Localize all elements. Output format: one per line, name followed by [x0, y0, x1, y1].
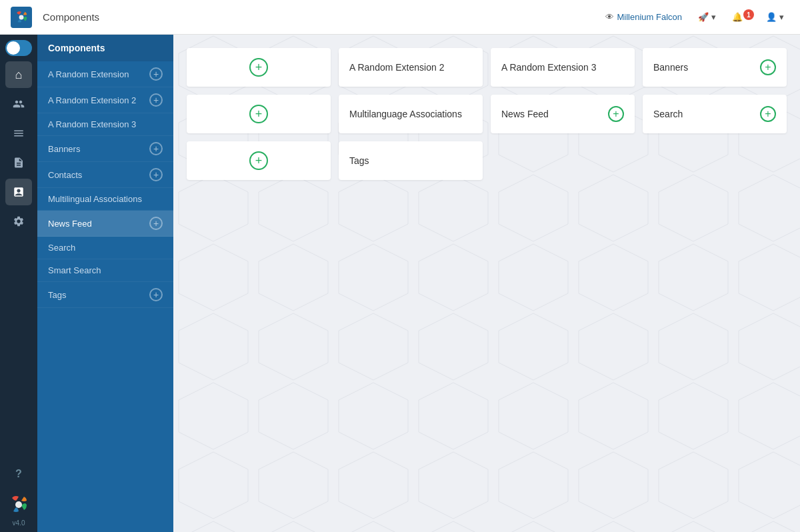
card-add-3[interactable]: +	[187, 141, 331, 180]
notifications-button[interactable]: 🔔 1 ▾	[727, 8, 755, 26]
svg-point-1	[15, 501, 22, 508]
app-body: ⌂ ? v4.0	[0, 35, 800, 532]
sidebar-item-banners[interactable]: Banners +	[37, 136, 173, 162]
joomla-logo[interactable]	[11, 7, 32, 28]
components-grid: + A Random Extension 2 A Random Extensio…	[187, 48, 787, 180]
card-news-feed[interactable]: News Feed +	[491, 95, 635, 133]
svg-point-0	[19, 15, 24, 19]
main-content: + A Random Extension 2 A Random Extensio…	[173, 35, 800, 532]
nav-sidebar: Components A Random Extension + A Random…	[37, 35, 173, 532]
nav-item-label: A Random Extension	[48, 69, 129, 79]
add-icon[interactable]: +	[149, 288, 163, 301]
version-label: v4.0	[13, 519, 25, 527]
sidebar-icon-users[interactable]	[5, 91, 32, 117]
nav-item-label: News Feed	[48, 219, 92, 229]
joomlaupdate-button[interactable]: 🚀 ▾	[693, 8, 721, 26]
card-add-2[interactable]: +	[187, 95, 331, 133]
nav-item-label: Banners	[48, 144, 80, 154]
card-title: News Feed	[501, 109, 549, 119]
card-add-button[interactable]: +	[760, 59, 776, 75]
sidebar-icon-help[interactable]: ?	[5, 461, 32, 487]
add-icon[interactable]: +	[149, 67, 163, 81]
card-a-random-extension-3[interactable]: A Random Extension 3	[491, 48, 635, 87]
card-a-random-extension-2[interactable]: A Random Extension 2	[339, 48, 483, 87]
sidebar-icon-settings[interactable]	[5, 208, 32, 235]
nav-item-label: A Random Extension 2	[48, 95, 136, 105]
icon-sidebar-bottom: ? v4.0	[5, 461, 32, 532]
nav-item-label: Contacts	[48, 170, 82, 180]
card-title: Banners	[653, 62, 688, 73]
sidebar-icon-content[interactable]	[5, 149, 32, 176]
card-tags[interactable]: Tags	[339, 141, 483, 180]
nav-sidebar-header: Components	[37, 35, 173, 61]
nav-item-label: Multilingual Associations	[48, 194, 142, 204]
add-icon[interactable]: +	[149, 93, 163, 107]
sidebar-item-a-random-extension-2[interactable]: A Random Extension 2 +	[37, 87, 173, 113]
sidebar-icon-menu[interactable]	[5, 120, 32, 147]
card-title: A Random Extension 2	[349, 62, 444, 73]
nav-item-label: A Random Extension 3	[48, 119, 136, 129]
sidebar-item-search[interactable]: Search	[37, 237, 173, 259]
sidebar-item-multilingual-associations[interactable]: Multilingual Associations	[37, 188, 173, 211]
card-add-button[interactable]: +	[249, 58, 268, 77]
icon-sidebar: ⌂ ? v4.0	[0, 35, 37, 532]
page-title: Components	[43, 11, 99, 23]
card-title: Tags	[349, 155, 369, 166]
card-add-button[interactable]: +	[608, 106, 624, 122]
sidebar-icon-home[interactable]: ⌂	[5, 61, 32, 88]
nav-item-label: Smart Search	[48, 265, 101, 275]
add-icon[interactable]: +	[149, 142, 163, 155]
sidebar-item-news-feed[interactable]: News Feed +	[37, 211, 173, 237]
rocket-icon: 🚀	[698, 12, 709, 22]
card-title: Multilanguage Associations	[349, 109, 462, 119]
card-search[interactable]: Search +	[643, 95, 787, 133]
card-banners[interactable]: Banners +	[643, 48, 787, 87]
card-title: Search	[653, 109, 683, 119]
sidebar-item-tags[interactable]: Tags +	[37, 282, 173, 308]
card-multilanguage-associations[interactable]: Multilanguage Associations	[339, 95, 483, 133]
topbar-actions: 👁 Millenium Falcon 🚀 ▾ 🔔 1 ▾ 👤 ▾	[600, 8, 789, 26]
add-icon[interactable]: +	[149, 168, 163, 181]
user-icon: 👤	[766, 12, 777, 22]
nav-item-label: Tags	[48, 290, 66, 300]
sidebar-item-a-random-extension-3[interactable]: A Random Extension 3	[37, 113, 173, 136]
dropdown-arrow-3: ▾	[779, 12, 784, 22]
sidebar-icon-components[interactable]	[5, 179, 32, 205]
preview-button[interactable]: 👁 Millenium Falcon	[600, 8, 687, 26]
toggle-knob	[7, 41, 20, 55]
nav-item-label: Search	[48, 243, 75, 253]
card-title: A Random Extension 3	[501, 62, 596, 73]
dropdown-arrow-1: ▾	[711, 12, 716, 22]
sidebar-item-a-random-extension[interactable]: A Random Extension +	[37, 61, 173, 87]
sidebar-item-smart-search[interactable]: Smart Search	[37, 259, 173, 282]
eye-icon: 👁	[605, 12, 614, 22]
notification-badge: 1	[743, 9, 754, 20]
add-icon[interactable]: +	[149, 217, 163, 230]
topbar: Components 👁 Millenium Falcon 🚀 ▾ 🔔 1 ▾ …	[0, 0, 800, 35]
card-add-button[interactable]: +	[760, 106, 776, 122]
sidebar-item-contacts[interactable]: Contacts +	[37, 162, 173, 188]
bell-icon: 🔔	[732, 12, 743, 22]
sidebar-joomla-logo	[7, 493, 31, 517]
card-add-button[interactable]: +	[249, 105, 268, 123]
sidebar-toggle[interactable]	[5, 40, 32, 56]
user-menu-button[interactable]: 👤 ▾	[761, 8, 789, 26]
card-add-1[interactable]: +	[187, 48, 331, 87]
card-add-button[interactable]: +	[249, 151, 268, 170]
site-name: Millenium Falcon	[617, 12, 682, 22]
